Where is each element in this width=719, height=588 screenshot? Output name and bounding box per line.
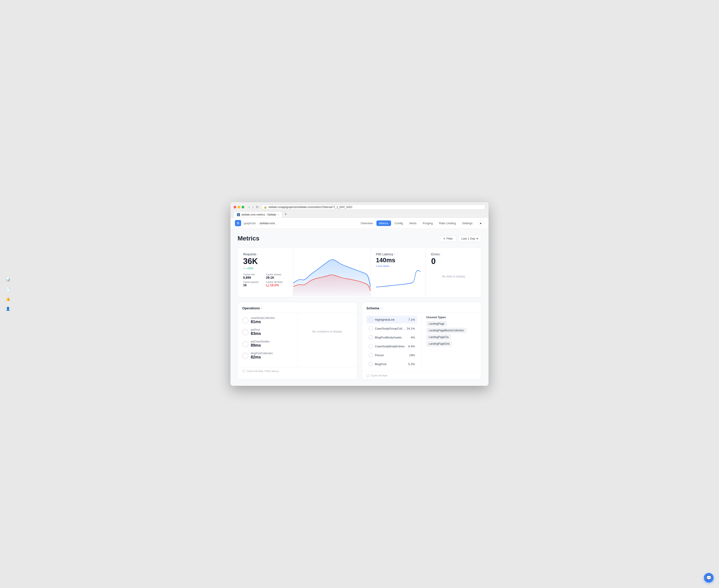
chevron-down-icon: ▾ — [477, 237, 478, 240]
sidebar-icon-feedback[interactable]: 👍 — [4, 295, 12, 302]
type-badge: LandingPageCta — [426, 334, 451, 340]
nav-alerts[interactable]: Alerts — [406, 220, 419, 226]
operation-item: blogPostCollection 82ms — [242, 352, 293, 360]
schema-row[interactable]: CaseStudyBodyEntries 6.4% — [366, 342, 417, 350]
latency-card[interactable]: P95 Latency › 140ms ≡ 4ms faster — [371, 248, 426, 297]
schema-spinner — [368, 353, 373, 357]
bottom-row: Operations › caseStudyCollection 81ms — [238, 302, 481, 380]
latency-note: ≡ 4ms faster — [376, 265, 420, 267]
main-content: Metrics ≡ Filter Last 1 Day ▾ — [231, 229, 488, 386]
cache-misses-item: Cache misses 29.1K — [266, 273, 288, 279]
operation-item: getCaseStudies 89ms — [242, 340, 293, 348]
schema-row[interactable]: HighlightedLink 7.1% — [366, 316, 417, 323]
tab-label: stellate-cms metrics - Stellate — [241, 213, 276, 216]
operation-item: getPost 83ms — [242, 328, 293, 336]
tab-close-button[interactable]: × — [278, 213, 279, 216]
type-badge: LandingPageBlocksCollection — [426, 328, 466, 333]
operations-col: caseStudyCollection 81ms getPost 83ms — [238, 313, 297, 367]
filter-button[interactable]: ≡ Filter — [440, 235, 456, 242]
schema-header[interactable]: Schema › — [362, 302, 481, 313]
schema-body: HighlightedLink 7.1% CaseStudyGroupColl.… — [362, 313, 481, 372]
errors-no-data: No data to display — [431, 275, 476, 278]
nav-config[interactable]: Config — [392, 220, 406, 226]
minimize-button[interactable] — [238, 206, 240, 208]
sidebar-icon-doc[interactable]: 📄 — [4, 286, 12, 293]
schema-arrow: › — [381, 307, 381, 310]
chat-button[interactable]: 💬 — [704, 573, 714, 583]
unused-types-title: Unused Types — [426, 316, 477, 319]
cache-hits-item: Cache hits 6,899 — [243, 273, 265, 279]
latency-label: P95 Latency › — [376, 252, 420, 256]
op-spinner-1 — [242, 317, 248, 323]
traffic-lights — [234, 206, 244, 208]
nav-rate-limiting[interactable]: Rate Limiting — [436, 220, 459, 226]
schema-table: HighlightedLink 7.1% CaseStudyGroupColl.… — [362, 313, 422, 372]
equals-icon: ≡ — [376, 265, 377, 267]
requests-value: 36K — [243, 257, 288, 266]
schema-row[interactable]: BlogPost 5.2% — [366, 360, 417, 368]
logo: S — [235, 220, 241, 226]
new-tab-button[interactable]: + — [283, 212, 289, 217]
forward-button[interactable]: › — [252, 205, 255, 209]
trend-icon: 〜 — [243, 267, 246, 270]
requests-chart-card[interactable] — [293, 248, 371, 297]
latency-arrow: › — [394, 253, 395, 256]
timerange-button[interactable]: Last 1 Day ▾ — [458, 235, 481, 242]
close-button[interactable] — [234, 206, 236, 208]
active-tab[interactable]: S stellate-cms metrics - Stellate × — [234, 212, 282, 217]
spinner-icon — [266, 284, 269, 287]
schema-footer: Cache Hit Rate — [362, 372, 481, 379]
schema-spinner — [368, 317, 373, 322]
nav-purging[interactable]: Purging — [420, 220, 435, 226]
operations-header[interactable]: Operations › — [238, 302, 357, 313]
nav-settings[interactable]: Settings — [459, 220, 475, 226]
requests-arrow: › — [257, 253, 258, 256]
maximize-button[interactable] — [242, 206, 244, 208]
schema-spinner — [368, 362, 373, 366]
errors-arrow: › — [440, 253, 441, 256]
op-spinner-2 — [242, 329, 248, 335]
schema-spinner — [368, 335, 373, 339]
errors-card[interactable]: Errors › 0 No data to display — [426, 248, 481, 297]
errors-label: Errors › — [431, 252, 476, 256]
nav-arrows: ‹ › ↻ — [248, 205, 260, 209]
mutations-col: No mutations to display — [297, 313, 357, 367]
tab-bar: S stellate-cms metrics - Stellate × + — [234, 212, 485, 217]
footer-spinner — [366, 374, 370, 377]
breadcrumb-current: stellate-cms — [260, 222, 275, 225]
url-text: stellate.co/app/graphcdn/stellate-cms/me… — [268, 206, 352, 209]
requests-chart — [293, 248, 371, 296]
footer-spinner — [242, 370, 245, 373]
nav-overview[interactable]: Overview — [358, 220, 375, 226]
play-button[interactable]: ▶ — [478, 220, 484, 226]
type-badges: LandingPage LandingPageBlocksCollection … — [426, 321, 477, 346]
schema-spinner — [368, 326, 373, 331]
address-bar[interactable]: 🔒 stellate.co/app/graphcdn/stellate-cms/… — [261, 205, 485, 210]
cache-passes-item: Cache passes 16 — [243, 281, 265, 287]
page-header: Metrics ≡ Filter Last 1 Day ▾ — [238, 235, 481, 242]
latency-chart — [376, 269, 420, 291]
no-mutations-text: No mutations to display — [302, 316, 353, 346]
breadcrumb: graphcdn › stellate-cms — [244, 222, 275, 225]
type-badge: LandingPageGrid — [426, 341, 452, 346]
stats-row: Requests › 36K 〜 +45% Cache hits 6,899 — [238, 247, 481, 297]
requests-card[interactable]: Requests › 36K 〜 +45% Cache hits 6,899 — [238, 248, 293, 297]
top-nav: S graphcdn › stellate-cms Overview Metri… — [231, 218, 488, 229]
back-button[interactable]: ‹ — [248, 205, 251, 209]
operations-arrow: › — [261, 307, 262, 310]
breadcrumb-parent[interactable]: graphcdn — [244, 222, 256, 225]
schema-row[interactable]: BlogPostBodyAssets 4% — [366, 333, 417, 341]
operations-footer: Cache Hit Rate / P95 Latency — [238, 367, 357, 375]
filter-icon: ≡ — [443, 237, 445, 240]
schema-row[interactable]: CaseStudyGroupColl... 24.1% — [366, 324, 417, 333]
nav-links: Overview Metrics Config Alerts Purging R… — [358, 220, 484, 226]
page-title: Metrics — [238, 235, 259, 242]
nav-metrics[interactable]: Metrics — [376, 220, 391, 226]
schema-row[interactable]: Person 19% — [366, 351, 417, 359]
sidebar-icon-chart[interactable]: 📊 — [4, 276, 12, 283]
latency-value: 140ms — [376, 257, 420, 264]
sidebar: 📊 📄 👍 👤 — [4, 276, 12, 312]
errors-value: 0 — [431, 257, 476, 266]
reload-button[interactable]: ↻ — [255, 205, 260, 209]
sidebar-icon-user[interactable]: 👤 — [4, 305, 12, 312]
